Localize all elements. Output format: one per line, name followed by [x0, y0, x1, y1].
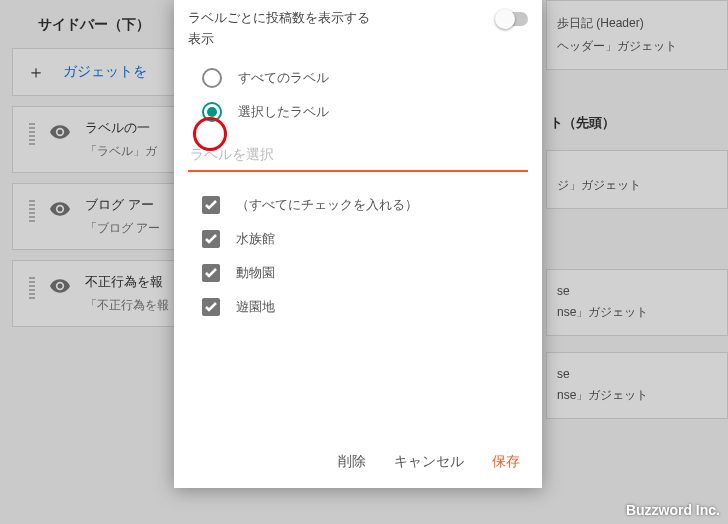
toggle-knob	[495, 9, 515, 29]
label-check-item[interactable]: 動物園	[202, 264, 528, 282]
display-radio-group: すべてのラベル 選択したラベル	[202, 68, 528, 122]
display-heading: 表示	[188, 29, 370, 50]
dialog-action-bar: 削除 キャンセル 保存	[174, 436, 542, 488]
label-settings-dialog: ラベルごとに投稿数を表示する 表示 すべてのラベル 選択したラベル ラベルを選択	[174, 0, 542, 488]
label-check-item[interactable]: 水族館	[202, 230, 528, 248]
label-select-input[interactable]: ラベルを選択	[188, 146, 528, 170]
checkbox-checked-icon	[202, 230, 220, 248]
check-all-label: （すべてにチェックを入れる）	[236, 196, 418, 214]
show-post-count-toggle[interactable]	[496, 12, 528, 26]
radio-icon	[202, 102, 222, 122]
cancel-button[interactable]: キャンセル	[394, 453, 464, 471]
checkbox-checked-icon	[202, 298, 220, 316]
radio-selected-labels[interactable]: 選択したラベル	[202, 102, 528, 122]
checkbox-checked-icon	[202, 196, 220, 214]
watermark: Buzzword Inc.	[626, 502, 720, 518]
checkbox-checked-icon	[202, 264, 220, 282]
show-post-count-label: ラベルごとに投稿数を表示する	[188, 8, 370, 29]
save-button[interactable]: 保存	[492, 453, 520, 471]
label-check-text: 遊園地	[236, 298, 275, 316]
label-check-item[interactable]: 遊園地	[202, 298, 528, 316]
input-underline	[188, 170, 528, 172]
radio-selected-label: 選択したラベル	[238, 103, 329, 121]
label-check-text: 水族館	[236, 230, 275, 248]
delete-button[interactable]: 削除	[338, 453, 366, 471]
radio-all-labels[interactable]: すべてのラベル	[202, 68, 528, 88]
radio-all-label: すべてのラベル	[238, 69, 329, 87]
check-all-item[interactable]: （すべてにチェックを入れる）	[202, 196, 528, 214]
label-check-text: 動物園	[236, 264, 275, 282]
radio-icon	[202, 68, 222, 88]
